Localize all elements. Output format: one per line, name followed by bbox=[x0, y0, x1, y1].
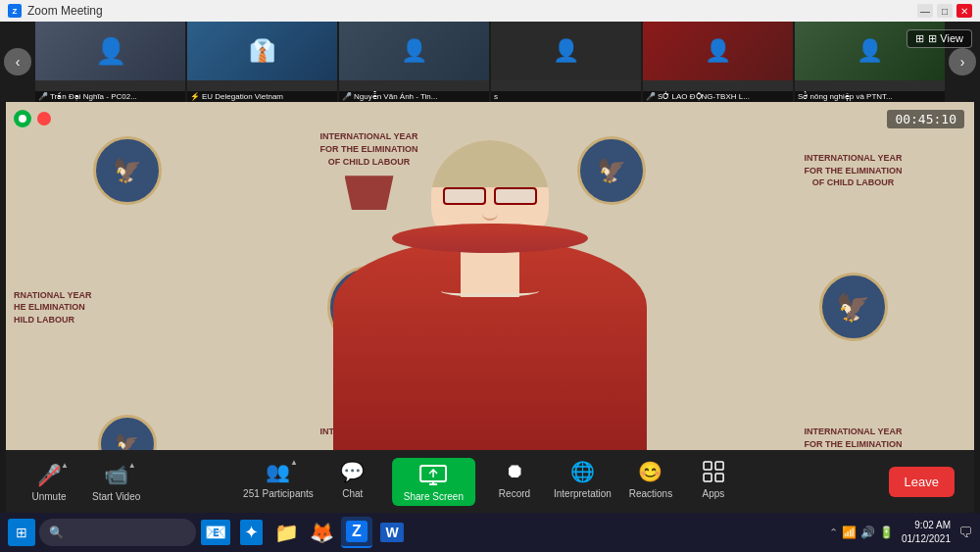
search-bar[interactable]: 🔍 bbox=[39, 519, 196, 546]
bg-tile-2: 🦅 bbox=[490, 102, 732, 239]
thumb-video-0: 👤 bbox=[35, 22, 185, 80]
mic-muted-icon-0: 🎤 bbox=[38, 92, 48, 101]
mic-icon-4: 🎤 bbox=[646, 92, 656, 101]
seal-icon-5: 🦅 bbox=[327, 266, 411, 349]
battery-icon: 🔋 bbox=[879, 526, 894, 539]
svg-rect-3 bbox=[715, 462, 723, 470]
title-bar-controls[interactable]: — □ ✕ bbox=[917, 4, 972, 18]
share-screen-button[interactable]: Share Screen bbox=[392, 458, 475, 506]
share-screen-label: Share Screen bbox=[404, 491, 464, 502]
participants-icon: 👥 ▲ bbox=[261, 458, 296, 485]
window-title: Zoom Meeting bbox=[27, 4, 103, 18]
unmute-button[interactable]: 🎤 ▲ Unmute bbox=[25, 461, 73, 502]
red-record-icon bbox=[37, 112, 51, 125]
bg-tile-6: YEARFORELIM... bbox=[490, 239, 732, 376]
volume-icon: 🔊 bbox=[860, 526, 875, 539]
taskbar-star[interactable]: ✦ bbox=[235, 517, 267, 548]
title-bar: Z Zoom Meeting — □ ✕ bbox=[0, 0, 980, 22]
thumbnail-1[interactable]: 👔 ⚡ EU Delegation Vietnam bbox=[187, 22, 337, 102]
system-tray: ⌃ 📶 🔊 🔋 bbox=[829, 526, 894, 539]
taskbar-firefox[interactable]: 🦊 bbox=[306, 517, 337, 548]
mute-slash bbox=[38, 466, 59, 486]
apps-icon bbox=[696, 458, 731, 485]
taskbar-left: ⊞ 🔍 📧 ✦ 📁 🦊 Z W bbox=[8, 517, 408, 548]
next-arrow[interactable]: › bbox=[949, 48, 976, 75]
participants-label: 251 Participants bbox=[243, 488, 314, 499]
maximize-button[interactable]: □ bbox=[937, 4, 953, 18]
meeting-timer: 00:45:10 bbox=[887, 110, 964, 128]
participants-button[interactable]: 👥 ▲ 251 Participants bbox=[243, 458, 314, 506]
seal-icon-0: 🦅 bbox=[93, 136, 162, 205]
grid-icon: ⊞ bbox=[915, 32, 924, 45]
thumb-label-2: 🎤 Nguyễn Văn Ánh - Tin... bbox=[339, 91, 489, 102]
notification-icon: 🗨 bbox=[958, 525, 972, 540]
seal-icon-2: 🦅 bbox=[577, 136, 646, 205]
bg-tile-4: RNATIONAL YEARHE ELIMINATIONHILD LABOUR bbox=[6, 239, 248, 376]
interpretation-label: Interpretation bbox=[554, 488, 612, 499]
unmute-caret: ▲ bbox=[61, 461, 69, 470]
chat-button[interactable]: 💬 Chat bbox=[329, 458, 376, 506]
title-bar-left: Z Zoom Meeting bbox=[8, 4, 103, 18]
zoom-window: ⊞ ⊞ View ‹ 👤 🎤 Trần Đại Nghĩa - PC02... … bbox=[0, 22, 980, 513]
thumbnail-3[interactable]: 👤 s bbox=[491, 22, 641, 102]
thumbnail-0[interactable]: 👤 🎤 Trần Đại Nghĩa - PC02... bbox=[35, 22, 185, 102]
bg-tile-5: 🦅 bbox=[248, 239, 490, 376]
search-icon: 🔍 bbox=[49, 526, 64, 539]
taskbar-word[interactable]: W bbox=[376, 517, 408, 548]
thumb-label-3: s bbox=[491, 91, 641, 102]
reactions-icon: 😊 bbox=[633, 458, 668, 485]
thumb-label-4: 🎤 SỞ LAO ĐỘNG-TBXH L... bbox=[643, 91, 793, 102]
video-icon: 📹 ▲ bbox=[99, 461, 134, 488]
interpretation-button[interactable]: 🌐 Interpretation bbox=[554, 458, 612, 506]
record-icon: ⏺ bbox=[497, 458, 532, 485]
network-icon: 📶 bbox=[842, 526, 857, 539]
chat-label: Chat bbox=[342, 488, 363, 499]
start-button[interactable]: ⊞ bbox=[8, 519, 35, 546]
thumb-label-0: 🎤 Trần Đại Nghĩa - PC02... bbox=[35, 91, 185, 102]
participants-caret: ▲ bbox=[290, 458, 298, 467]
bg-text-6: YEARFORELIM... bbox=[597, 289, 625, 326]
thumbnail-2[interactable]: 👤 🎤 Nguyễn Văn Ánh - Tin... bbox=[339, 22, 489, 102]
svg-point-0 bbox=[19, 115, 26, 123]
bg-tile-1: INTERNATIONAL YEARFOR THE ELIMINATIONOF … bbox=[248, 102, 490, 239]
unmute-label: Unmute bbox=[31, 491, 66, 502]
bg-text-3: INTERNATIONAL YEARFOR THE ELIMINATIONOF … bbox=[804, 152, 902, 189]
apps-label: Apps bbox=[703, 488, 725, 499]
taskbar-mail[interactable]: 📧 bbox=[200, 517, 231, 548]
view-button[interactable]: ⊞ ⊞ View bbox=[906, 29, 972, 48]
svg-rect-4 bbox=[704, 474, 711, 481]
close-button[interactable]: ✕ bbox=[956, 4, 972, 18]
red-shape-1 bbox=[345, 176, 394, 210]
thumb-video-2: 👤 bbox=[339, 22, 489, 80]
windows-taskbar: ⊞ 🔍 📧 ✦ 📁 🦊 Z W ⌃ 📶 🔊 🔋 9:02 bbox=[0, 513, 980, 552]
start-video-button[interactable]: 📹 ▲ Start Video bbox=[92, 461, 140, 502]
toolbar-right: Leave bbox=[889, 467, 955, 497]
clock-time: 9:02 AM bbox=[902, 519, 951, 532]
leave-button[interactable]: Leave bbox=[889, 467, 955, 497]
thumb-label-5: Sở nông nghiệp và PTNT... bbox=[795, 91, 945, 102]
reactions-label: Reactions bbox=[629, 488, 672, 499]
start-video-label: Start Video bbox=[92, 491, 140, 502]
taskbar-folder[interactable]: 📁 bbox=[270, 517, 302, 548]
svg-rect-2 bbox=[704, 462, 711, 470]
zoom-toolbar: 🎤 ▲ Unmute 📹 ▲ Start Video � bbox=[6, 450, 974, 513]
bg-text-1: INTERNATIONAL YEARFOR THE ELIMINATIONOF … bbox=[319, 130, 417, 168]
thumbnails-strip: 👤 🎤 Trần Đại Nghĩa - PC02... 👔 ⚡ EU Dele… bbox=[35, 22, 945, 102]
bg-text-4: RNATIONAL YEARHE ELIMINATIONHILD LABOUR bbox=[14, 289, 92, 326]
apps-button[interactable]: Apps bbox=[690, 458, 737, 506]
system-clock: 9:02 AM 01/12/2021 bbox=[902, 519, 951, 546]
record-label: Record bbox=[499, 488, 530, 499]
thumb-video-1: 👔 bbox=[187, 22, 337, 80]
thumb-video-4: 👤 bbox=[643, 22, 793, 80]
thumbnail-4[interactable]: 👤 🎤 SỞ LAO ĐỘNG-TBXH L... bbox=[643, 22, 793, 102]
reactions-button[interactable]: 😊 Reactions bbox=[627, 458, 674, 506]
record-button[interactable]: ⏺ Record bbox=[491, 458, 538, 506]
minimize-button[interactable]: — bbox=[917, 4, 933, 18]
video-caret: ▲ bbox=[128, 461, 136, 470]
chat-icon: 💬 bbox=[335, 458, 370, 485]
mic-icon-1: ⚡ bbox=[190, 92, 200, 101]
mic-icon-2: 🎤 bbox=[342, 92, 352, 101]
taskbar-zoom[interactable]: Z bbox=[341, 517, 372, 548]
prev-arrow[interactable]: ‹ bbox=[4, 48, 31, 75]
toolbar-left: 🎤 ▲ Unmute 📹 ▲ Start Video bbox=[25, 461, 140, 502]
